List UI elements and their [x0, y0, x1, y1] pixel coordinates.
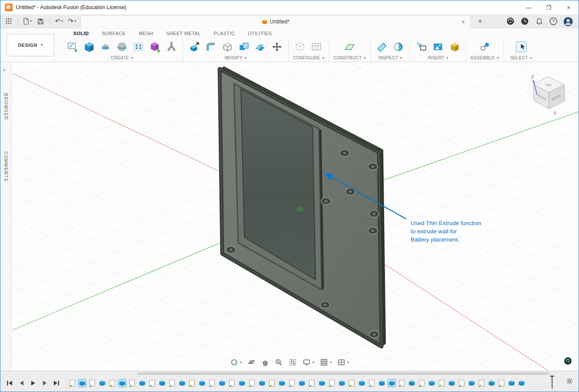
timeline-feature[interactable] — [188, 379, 196, 387]
document-tab[interactable]: Untitled* × — [80, 15, 471, 28]
extensions-icon[interactable] — [506, 16, 515, 26]
grid-snaps-icon[interactable]: ▾ — [319, 357, 332, 367]
undo-icon[interactable]: ↶▾ — [53, 16, 65, 27]
zoom-icon[interactable] — [274, 357, 284, 367]
timeline-feature[interactable] — [118, 379, 126, 387]
timeline-feature[interactable] — [508, 379, 515, 387]
timeline-feature[interactable] — [418, 379, 425, 387]
timeline-feature[interactable] — [458, 379, 465, 387]
viewports-icon[interactable]: ▾ — [336, 357, 350, 367]
section-analysis-icon[interactable] — [391, 40, 405, 54]
comments-panel-tab[interactable]: COMMENTS — [3, 151, 8, 182]
timeline-feature[interactable] — [69, 379, 76, 387]
timeline-feature[interactable] — [328, 379, 336, 387]
view-cube[interactable]: TOP FRONT RIGHT Z X — [531, 75, 565, 116]
sweep-icon[interactable] — [115, 40, 129, 54]
timeline-feature[interactable] — [368, 379, 375, 387]
pattern-icon[interactable] — [132, 40, 145, 54]
timeline-feature[interactable] — [388, 379, 395, 387]
browser-panel-tab[interactable]: BROWSER — [3, 93, 8, 120]
configure-icon[interactable] — [293, 40, 307, 54]
timeline-feature[interactable] — [238, 379, 246, 387]
ribbon-tab[interactable]: MESH — [138, 31, 153, 39]
close-button[interactable]: × — [559, 0, 579, 15]
timeline-feature[interactable] — [518, 379, 525, 387]
press-pull-icon[interactable] — [188, 40, 201, 54]
group-label-inspect[interactable]: INSPECT▾ — [375, 56, 405, 60]
form-icon[interactable] — [164, 40, 178, 54]
expand-panel-icon[interactable]: » — [3, 67, 6, 72]
create-sketch-icon[interactable] — [66, 40, 79, 54]
avatar[interactable] — [563, 16, 572, 26]
offset-face-icon[interactable] — [253, 40, 267, 54]
ribbon-tab[interactable]: SURFACE — [102, 31, 126, 39]
timeline-feature[interactable] — [218, 379, 226, 387]
timeline-feature[interactable] — [268, 379, 276, 387]
tab-close-icon[interactable]: × — [459, 18, 467, 26]
timeline-feature[interactable] — [318, 379, 326, 387]
timeline-feature[interactable] — [278, 379, 286, 387]
ribbon-tab[interactable]: UTILITIES — [248, 31, 272, 39]
timeline-feature[interactable] — [228, 379, 236, 387]
timeline-feature[interactable] — [138, 379, 146, 387]
model-canvas[interactable]: TOP FRONT RIGHT Z X » BROWSER COMMENTS U… — [0, 62, 579, 371]
ribbon-tab[interactable]: SHEET METAL — [166, 31, 201, 39]
group-label-construct[interactable]: CONSTRUCT▾ — [333, 56, 366, 60]
notification-bell-icon[interactable] — [534, 16, 544, 26]
timeline-feature[interactable] — [378, 379, 385, 387]
timeline-feature[interactable] — [308, 379, 316, 387]
timeline-feature[interactable] — [178, 379, 186, 387]
timeline-feature[interactable] — [488, 379, 495, 387]
timeline-feature[interactable] — [158, 379, 166, 387]
group-label-modify[interactable]: MODIFY▾ — [188, 56, 284, 60]
maximize-button[interactable]: ❐ — [539, 0, 559, 15]
timeline-feature[interactable] — [148, 379, 156, 387]
timeline-settings-gear-icon[interactable] — [566, 377, 573, 387]
skip-to-start-icon[interactable] — [6, 379, 13, 387]
save-icon[interactable] — [35, 16, 46, 27]
new-tab-button[interactable]: + — [474, 16, 486, 27]
select-icon[interactable] — [514, 40, 528, 54]
timeline-feature[interactable] — [358, 379, 365, 387]
timeline-feature[interactable] — [258, 379, 266, 387]
app-grid-menu-icon[interactable] — [3, 16, 14, 27]
group-label-insert[interactable]: INSERT▾ — [415, 56, 461, 60]
timeline-feature[interactable] — [79, 379, 86, 387]
display-settings-icon[interactable]: ▾ — [302, 357, 315, 367]
timeline-feature[interactable] — [428, 379, 435, 387]
timeline-feature[interactable] — [408, 379, 415, 387]
pan-icon[interactable] — [260, 358, 270, 367]
fillet-icon[interactable] — [204, 40, 218, 54]
mcmaster-carr-icon[interactable] — [447, 40, 461, 54]
timeline-feature[interactable] — [99, 379, 106, 387]
skip-to-end-icon[interactable] — [53, 379, 60, 387]
play-icon[interactable] — [29, 379, 37, 387]
insert-derive-icon[interactable] — [415, 40, 428, 54]
step-forward-icon[interactable] — [41, 379, 49, 387]
canvas-image-icon[interactable] — [431, 40, 445, 54]
workspace-selector[interactable]: DESIGN ▾ — [7, 34, 54, 56]
move-icon[interactable] — [270, 40, 284, 54]
group-label-assemble[interactable]: ASSEMBLE▾ — [470, 56, 499, 60]
construction-plane-icon[interactable] — [343, 40, 357, 54]
revolve-icon[interactable] — [99, 40, 112, 54]
configuration-table-icon[interactable] — [309, 40, 323, 54]
timeline-feature[interactable] — [288, 379, 296, 387]
timeline-feature[interactable] — [448, 379, 455, 387]
timeline-feature[interactable] — [438, 379, 445, 387]
model-body[interactable] — [220, 66, 386, 346]
combine-icon[interactable] — [237, 40, 251, 54]
ribbon-tab[interactable]: PLASTIC — [214, 31, 235, 39]
step-back-icon[interactable] — [17, 379, 25, 387]
shell-icon[interactable] — [220, 40, 234, 54]
timeline-feature[interactable] — [168, 379, 176, 387]
timeline-feature[interactable] — [109, 379, 116, 387]
timeline-position-marker[interactable] — [552, 376, 553, 389]
timeline-feature[interactable] — [338, 379, 345, 387]
timeline-feature[interactable] — [248, 379, 256, 387]
group-label-create[interactable]: CREATE▾ — [66, 56, 178, 60]
timeline-feature[interactable] — [398, 379, 405, 387]
timeline-feature[interactable] — [478, 379, 485, 387]
timeline-feature[interactable] — [208, 379, 216, 387]
orbit-icon[interactable]: ▾ — [229, 357, 243, 367]
